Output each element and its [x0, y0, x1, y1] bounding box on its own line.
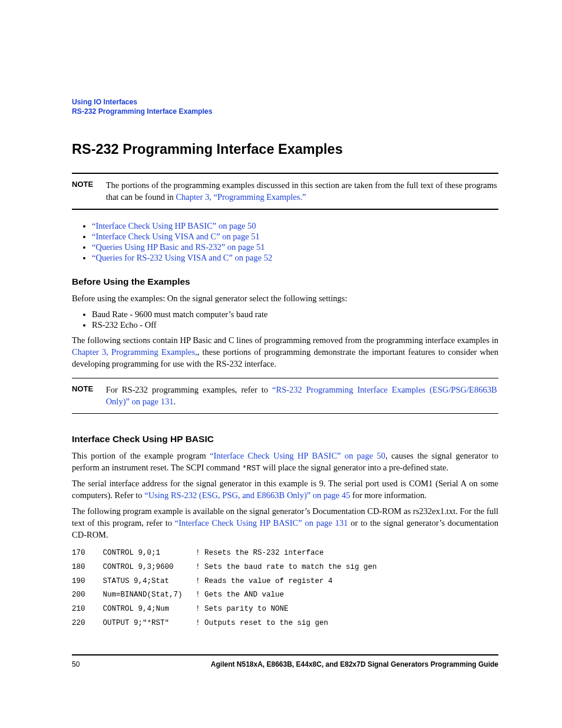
link-interface-check-p131[interactable]: “Interface Check Using HP BASIC” on page…: [175, 518, 348, 528]
text: for more information.: [350, 490, 427, 500]
link-interface-check-basic[interactable]: “Interface Check Using HP BASIC” on page…: [92, 221, 256, 230]
iface-p3: The following program example is availab…: [72, 506, 498, 541]
iface-p1: This portion of the example program “Int…: [72, 450, 498, 473]
link-interface-check-visa[interactable]: “Interface Check Using VISA and C” on pa…: [92, 232, 260, 241]
list-item: “Interface Check Using VISA and C” on pa…: [92, 231, 498, 242]
breadcrumb-line2: RS-232 Programming Interface Examples: [72, 107, 212, 116]
heading-before-examples: Before Using the Examples: [72, 276, 498, 287]
note-link-chapter3[interactable]: Chapter 3, “Programming Examples.”: [176, 192, 306, 202]
text: This portion of the example program: [72, 451, 210, 460]
list-item: “Interface Check Using HP BASIC” on page…: [92, 220, 498, 231]
breadcrumb: Using IO Interfaces RS-232 Programming I…: [72, 97, 498, 117]
note-text: .: [173, 397, 176, 406]
link-queries-visa[interactable]: “Queries for RS-232 Using VISA and C” on…: [92, 253, 272, 262]
before-paragraph: The following sections contain HP Basic …: [72, 335, 498, 370]
list-item: Baud Rate - 9600 must match computer’s b…: [92, 309, 498, 319]
text: The following sections contain HP Basic …: [72, 335, 498, 345]
code-listing: 170 CONTROL 9,0;1 ! Resets the RS-232 in…: [72, 546, 498, 631]
divider: [72, 209, 498, 210]
page-content: Using IO Interfaces RS-232 Programming I…: [0, 0, 562, 704]
note-body: The portions of the programming examples…: [106, 180, 497, 203]
note-block-2: NOTE For RS-232 programming examples, re…: [72, 378, 498, 413]
text: will place the signal generator into a p…: [260, 463, 448, 472]
note-block-1: NOTE The portions of the programming exa…: [72, 174, 498, 209]
list-item: “Queries for RS-232 Using VISA and C” on…: [92, 252, 498, 263]
settings-list: Baud Rate - 9600 must match computer’s b…: [72, 309, 498, 330]
page-number: 50: [72, 660, 80, 668]
note-label: NOTE: [72, 384, 104, 393]
footer-label: Agilent N518xA, E8663B, E44x8C, and E82x…: [211, 660, 498, 668]
note-body: For RS-232 programming examples, refer t…: [106, 384, 497, 407]
list-item: “Queries Using HP Basic and RS-232” on p…: [92, 242, 498, 252]
link-using-rs232-p45[interactable]: “Using RS-232 (ESG, PSG, and E8663B Only…: [144, 490, 350, 500]
page-footer: 50 Agilent N518xA, E8663B, E44x8C, and E…: [72, 654, 498, 668]
divider: [72, 413, 498, 414]
note-label: NOTE: [72, 180, 104, 189]
example-links-list: “Interface Check Using HP BASIC” on page…: [72, 220, 498, 263]
page-title: RS-232 Programming Interface Examples: [72, 141, 498, 157]
link-interface-check-p50[interactable]: “Interface Check Using HP BASIC” on page…: [210, 451, 385, 460]
link-queries-basic[interactable]: “Queries Using HP Basic and RS-232” on p…: [92, 242, 265, 252]
note-text: For RS-232 programming examples, refer t…: [106, 385, 272, 394]
breadcrumb-line1: Using IO Interfaces: [72, 98, 137, 106]
heading-interface-check: Interface Check Using HP BASIC: [72, 434, 498, 444]
code-inline: *RST: [242, 464, 260, 473]
link-chapter3-examples[interactable]: Chapter 3, Programming Examples,: [72, 347, 197, 357]
before-intro: Before using the examples: On the signal…: [72, 293, 498, 305]
iface-p2: The serial interface address for the sig…: [72, 478, 498, 501]
list-item: RS-232 Echo - Off: [92, 319, 498, 330]
